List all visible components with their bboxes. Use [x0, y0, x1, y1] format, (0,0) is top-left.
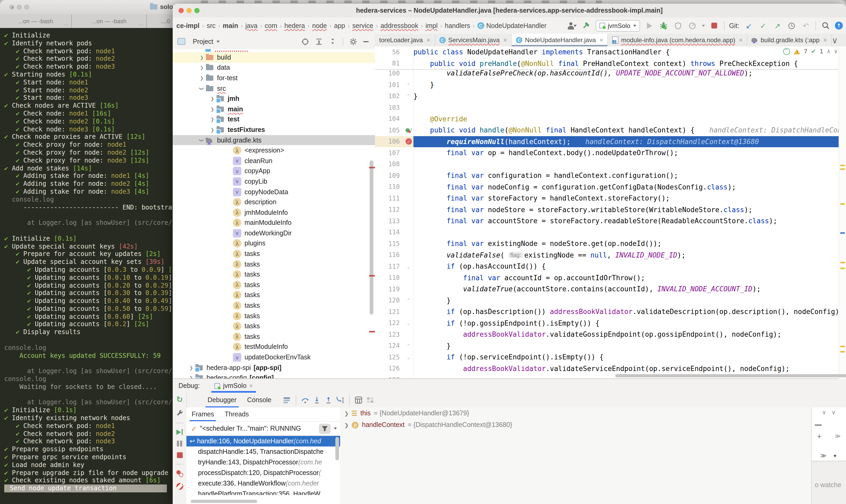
variable-row[interactable]: ❯phandleContext = {DispatchHandleContext…: [340, 419, 812, 431]
breadcrumb-item[interactable]: NodeUpdateHandler: [487, 22, 547, 29]
user-avatar-icon[interactable]: [567, 21, 577, 30]
breadcrumb-item[interactable]: java: [245, 22, 258, 29]
editor-tab[interactable]: toreLoader.java×: [375, 34, 435, 47]
thread-selector[interactable]: ✓ "<scheduler Tr..."main": RUNNING: [187, 422, 340, 436]
tree-item-copylib[interactable]: vcopyLib: [173, 176, 375, 186]
close-icon[interactable]: ×: [739, 36, 743, 44]
thread-dropdown-icon[interactable]: [334, 428, 337, 430]
resume-icon[interactable]: [176, 429, 183, 435]
override-method-icon[interactable]: [405, 127, 412, 133]
view-breakpoints-icon[interactable]: [176, 470, 183, 477]
code-line-102[interactable]: 102⌃}: [375, 90, 846, 102]
breadcrumb-item[interactable]: node: [312, 22, 327, 29]
restore-layout-icon[interactable]: [364, 394, 376, 406]
fold-icon[interactable]: ⌄: [404, 264, 413, 269]
terminal-minimize-button[interactable]: [17, 5, 22, 10]
line-number[interactable]: 113: [375, 217, 404, 225]
evaluate-expression-icon[interactable]: [353, 394, 364, 406]
editor-tab[interactable]: build.gradle.kts (:app×: [747, 34, 832, 47]
line-number[interactable]: 109: [375, 172, 404, 179]
code-line-118[interactable]: 118final var accountId = op.accountIdOrT…: [375, 272, 846, 283]
more-icon[interactable]: ≫: [821, 452, 826, 459]
close-icon[interactable]: ×: [503, 36, 507, 44]
breakpoint-verified-icon[interactable]: ✓: [405, 139, 412, 145]
tree-item-hedera-config[interactable]: ❯hedera-config[config]: [173, 373, 375, 379]
search-icon[interactable]: [821, 21, 830, 30]
debug-session-tab[interactable]: jvmSolo ×: [211, 379, 256, 393]
tree-item-mainmoduleinfo[interactable]: λmainModuleInfo: [173, 218, 375, 228]
tree-item-plugins[interactable]: λplugins: [173, 238, 375, 249]
tree-item-copynodedata[interactable]: vcopyNodeData: [173, 186, 375, 197]
run-to-cursor-icon[interactable]: [334, 394, 346, 406]
add-watch-button[interactable]: +: [817, 432, 822, 441]
line-number[interactable]: 123: [375, 331, 404, 338]
editor-tab[interactable]: CNodeUpdateHandler.java×: [512, 34, 608, 47]
git-update-icon[interactable]: ↙: [744, 21, 754, 30]
fold-icon[interactable]: ⌄: [404, 321, 413, 326]
editor-horizontal-scrollbar[interactable]: [615, 374, 846, 377]
debug-button[interactable]: [659, 21, 668, 30]
tree-item-tasks[interactable]: λtasks: [173, 280, 375, 290]
filter-frames-icon[interactable]: [319, 424, 331, 434]
line-number[interactable]: 100: [375, 70, 404, 77]
git-commit-icon[interactable]: ✓: [758, 21, 768, 30]
tree-item-tasks[interactable]: λtasks: [173, 331, 375, 342]
tree-item-tasks[interactable]: λtasks: [173, 321, 375, 331]
line-number[interactable]: 114: [375, 229, 404, 236]
line-number[interactable]: 102: [375, 93, 404, 100]
breadcrumb-item[interactable]: handlers: [445, 22, 470, 29]
gear-icon[interactable]: [350, 38, 357, 45]
code-line-113[interactable]: 113final var accountStore = storeFactory…: [375, 215, 846, 227]
tree-item--expression-[interactable]: λ<expression>: [173, 145, 375, 156]
line-number[interactable]: 104: [375, 115, 404, 123]
code-line-121[interactable]: 121if (op.hasDescription()) addressBookV…: [375, 306, 846, 318]
line-number[interactable]: 112: [375, 206, 404, 214]
frames-vertical-scrollbar[interactable]: [335, 437, 339, 460]
chevron-right-icon[interactable]: ❯: [198, 55, 206, 60]
unfold-icon[interactable]: ⌃: [404, 82, 413, 88]
chevron-down-icon[interactable]: ❯: [199, 85, 205, 92]
editor-error-stripe[interactable]: [839, 47, 846, 379]
stack-frame[interactable]: processDispatch:120, DispatchProcessor (: [187, 468, 340, 478]
terminal-tab[interactable]: ...on — -bash...: [72, 14, 147, 28]
tree-item-description[interactable]: λdescription: [173, 197, 375, 208]
chevron-right-icon[interactable]: ❯: [209, 96, 216, 101]
line-number[interactable]: 106: [375, 138, 404, 145]
inspections-widget[interactable]: 7 ✔ 1 ∧ ∨: [783, 48, 838, 55]
code-line-109[interactable]: 109final var configuration = handleConte…: [375, 170, 846, 181]
code-line-112[interactable]: 112final var nodeStore = storeFactory.wr…: [375, 204, 846, 215]
code-line-106[interactable]: 106✓requireNonNull(handleContext);handle…: [375, 136, 846, 147]
more-options-icon[interactable]: ⋮: [843, 35, 846, 45]
project-scrollbar[interactable]: [370, 160, 373, 314]
line-number[interactable]: 126: [375, 365, 404, 372]
line-number[interactable]: 122: [375, 320, 404, 327]
unfold-icon[interactable]: ⌃: [404, 298, 413, 303]
line-number[interactable]: 124: [375, 342, 404, 349]
chevron-right-icon[interactable]: ❯: [344, 422, 349, 428]
stack-frame[interactable]: execute:336, HandleWorkflow (com.heder: [187, 478, 340, 489]
editor-tab[interactable]: CServicesMain.java×: [435, 34, 512, 47]
chevron-right-icon[interactable]: ❯: [198, 65, 206, 70]
chevron-down-icon[interactable]: ∨: [832, 35, 838, 45]
close-icon[interactable]: ×: [823, 36, 827, 44]
line-number[interactable]: 120: [375, 297, 404, 304]
step-into-icon[interactable]: [311, 394, 323, 406]
code-line-101[interactable]: 101⌃}: [375, 79, 846, 90]
breadcrumb-item[interactable]: ce-impl: [176, 22, 200, 29]
tree-item-build-gradle-kts[interactable]: ❯build.gradle.kts: [173, 135, 375, 145]
breadcrumb-item[interactable]: app: [334, 22, 345, 29]
tree-item-build[interactable]: ❯build: [173, 52, 375, 62]
code-line-122[interactable]: 122⌄if (!op.gossipEndpoint().isEmpty()) …: [375, 318, 846, 329]
breadcrumb-item[interactable]: hedera: [284, 22, 305, 29]
profiler-dropdown-icon[interactable]: [702, 24, 705, 26]
dropdown-icon[interactable]: ▼: [833, 453, 838, 458]
select-opened-file-icon[interactable]: [302, 38, 309, 45]
tree-item-tasks[interactable]: λtasks: [173, 311, 375, 321]
mini-scrollbar[interactable]: [815, 424, 822, 426]
code-line-111[interactable]: 111final var storeFactory = handleContex…: [375, 193, 846, 204]
expand-all-icon[interactable]: [315, 38, 323, 45]
project-view-label[interactable]: Project: [193, 38, 213, 45]
next-problem-icon[interactable]: ∨: [834, 48, 838, 55]
line-number[interactable]: 118: [375, 274, 404, 282]
code-editor[interactable]: 7 ✔ 1 ∧ ∨ 56public class NodeUpdateHandl…: [375, 47, 846, 379]
